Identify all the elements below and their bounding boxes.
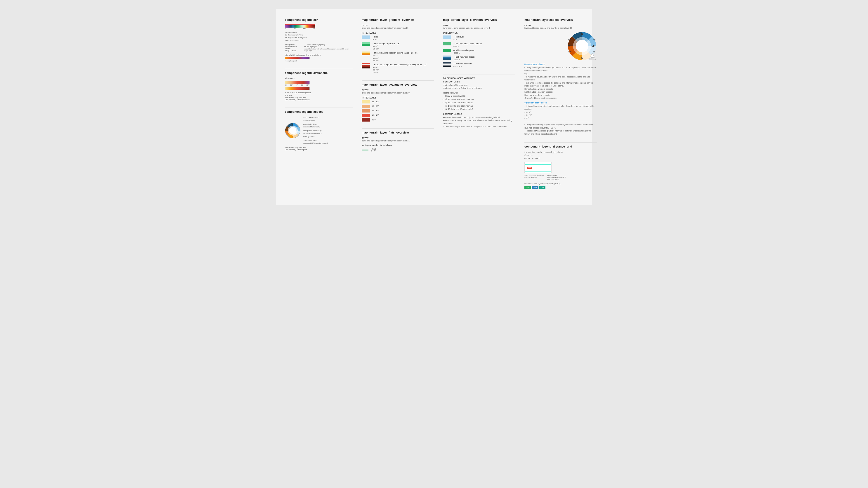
flats-entry: ENTRY layer and legend appear and stay f… (362, 137, 434, 142)
svg-text:S: S (292, 135, 293, 137)
dist-1km: 1 km (539, 186, 546, 189)
avalanche-entry: ENTRY layer and legend appear and stay f… (362, 89, 434, 94)
legend-all-annotations: background: fm-col-shadow-shade-1 fm-op-… (285, 43, 352, 52)
component-legend-avalanche-title: component_legend_avalanche (285, 71, 352, 74)
dist-100m: 100m (532, 186, 538, 189)
aspect-circle-annotations: fm-font-xxs (regular) fm-col-highlight i… (303, 116, 328, 145)
elevation-high-mountain: — high mountain approx • 3000 m (443, 56, 515, 61)
avalanche-interval-30-35: 30 - 35° (362, 105, 434, 108)
svg-text:NW: NW (568, 39, 571, 41)
aspect-overview-section: map-terrain-layer-aspect_overview ENTRY … (524, 18, 597, 135)
contour-label-items: • contour lines (thick ones only) show t… (443, 116, 515, 128)
gradient-entry: ENTRY layer and legend appear and stay f… (362, 24, 434, 29)
main-container: component_legend_all* 0° 35° 55° 90° (276, 9, 592, 205)
component-legend-all-section: component_legend_all* 0° 35° 55° 90° (285, 18, 352, 62)
interval-width-section: interval width varies according to terra… (285, 54, 352, 62)
avalanche-interval-40-45: 40 - 45° (362, 114, 434, 117)
distance-notes: fm_ion_line_terrain_horizontal_grid_simp… (524, 151, 597, 160)
flats-overview-title: map_terrain_layer_flats_overview (362, 131, 434, 134)
legend-all-notes: interval marker 1 x 3px rectangle / line… (285, 31, 352, 42)
gradient-interval-lower: — Lower angle slopes = 5 - 25° • 5 - 15°… (362, 42, 434, 50)
flats-overview-section: map_terrain_layer_flats_overview ENTRY l… (362, 131, 434, 152)
interval-marker-line (285, 24, 315, 25)
elevation-entry: ENTRY layer and legend appear and stay f… (443, 24, 515, 29)
elevation-lowlands: — flat / lowlands - low mountain • 500 m (443, 42, 515, 48)
component-legend-avalanche-section: component_legend_avalanche all screens 2… (285, 71, 352, 101)
avalanche-interval-25-30: 25 - 30° (362, 100, 434, 103)
svg-text:N: N (292, 124, 293, 125)
component-legend-aspect-title: component_legend_aspect (285, 110, 352, 113)
svg-text:E: E (298, 130, 299, 131)
avalanche-interval-45plus: 45° + (362, 119, 434, 122)
gradient-overview-section: map_terrain_layer_gradient_overview ENTR… (362, 18, 434, 74)
aspect-transparency-note: • Using transparency to push back aspect… (524, 122, 597, 135)
interval-labels: 0° 35° 55° 90° (285, 28, 315, 30)
legend-all-gradient-bar (285, 25, 315, 28)
gradient-interval-mid: — Mid, Avalanche decision making range =… (362, 52, 434, 62)
avalanche-bar-2 (285, 87, 352, 90)
svg-point-9 (576, 40, 588, 53)
compass-area: N NE NE SE S SW NW W gradient indication (524, 31, 597, 61)
component-legend-aspect-section: component_legend_aspect (285, 110, 352, 151)
svg-text:S: S (581, 57, 583, 59)
flats-swatch (362, 150, 368, 151)
column-2: map_terrain_layer_gradient_overview ENTR… (362, 18, 434, 196)
test-items-list: Entry at zoom level 12 @ 12: 500m and 10… (443, 95, 515, 111)
svg-text:SW: SW (568, 51, 571, 53)
aspect-circle-area: N E S W fm-font-xxs (regular) fm-col-hig… (285, 116, 352, 145)
aspect-wheel-svg: N E S W (285, 123, 301, 138)
flat-swatch (362, 35, 370, 39)
aspect-overview-title: map-terrain-layer-aspect_overview (524, 18, 597, 22)
gradient-overview-title: map_terrain_layer_gradient_overview (362, 18, 434, 22)
svg-text:SE: SE (593, 51, 596, 53)
interval-width-bar (285, 57, 310, 59)
elevation-mid-mountain: — mid mountain approx • 2000 m (443, 49, 515, 55)
avalanche-overview-title: map_terrain_layer_avalanche_overview (362, 83, 434, 86)
distance-grid-section: component_legend_distance_grid fm_ion_li… (524, 145, 597, 189)
svg-text:NE: NE (593, 39, 595, 41)
column-4: map-terrain-layer-aspect_overview ENTRY … (524, 18, 597, 196)
column-3: map_terrain_layer_elevation_overview ENT… (443, 18, 515, 196)
column-1: component_legend_all* 0° 35° 55° 90° (285, 18, 352, 196)
aspect-notes: • Using 2 hues (warm and cold) for south… (524, 66, 597, 100)
legend-all-bar-container: 0° 35° 55° 90° interval marker 1 x 3px r… (285, 24, 352, 42)
avalanche-interval-35-40: 35 - 40° (362, 109, 434, 112)
svg-text:W: W (287, 130, 288, 131)
avalanche-bar-container: 25° 35° 45° 55° 65°+ (285, 81, 352, 86)
gradient-interval-flat: — Flat • 0 - 5° (362, 35, 434, 41)
elevation-overview-section: map_terrain_layer_elevation_overview ENT… (443, 18, 515, 68)
flats-line: — flats • 0 - 5° (362, 148, 434, 152)
elevation-overview-title: map_terrain_layer_elevation_overview (443, 18, 515, 22)
elevation-extreme-mountain: — extreme mountain • 5000 m + (443, 62, 515, 68)
svg-text:W: W (568, 45, 570, 47)
avalanche-overview-section: map_terrain_layer_avalanche_overview ENT… (362, 83, 434, 122)
dist-25m: 25 m (524, 186, 531, 189)
distance-scale-visual: 250m XXS font pattern (regular) fm-col-h… (524, 162, 597, 180)
gradient-interval-extreme: — Extreme, Dangerous, Mountaineering/Cli… (362, 63, 434, 74)
svg-text:N: N (581, 33, 583, 35)
compass-rose-svg: N NE NE SE S SW NW W gradient indication (567, 31, 597, 61)
svg-text:indication: indication (590, 58, 594, 59)
component-legend-all-title: component_legend_all* (285, 18, 352, 22)
gradient-notes: • Adjusted to use gradient and degrees r… (524, 105, 597, 120)
elevation-sea-level: — sea level • 0 m (443, 35, 515, 41)
distance-grid-title: component_legend_distance_grid (524, 145, 597, 148)
distance-scale-examples: 25 m 100m 1 km (524, 186, 597, 189)
dev-discussion-section: TO BE DISCUSSED WITH DEV CONTOUR LINES c… (443, 77, 515, 128)
avalanche-gradient-bar-1 (285, 81, 310, 84)
svg-text:NE: NE (592, 45, 595, 47)
svg-point-2 (289, 127, 296, 134)
aspect-entry: ENTRY layer and legend appear and stay f… (524, 24, 597, 29)
